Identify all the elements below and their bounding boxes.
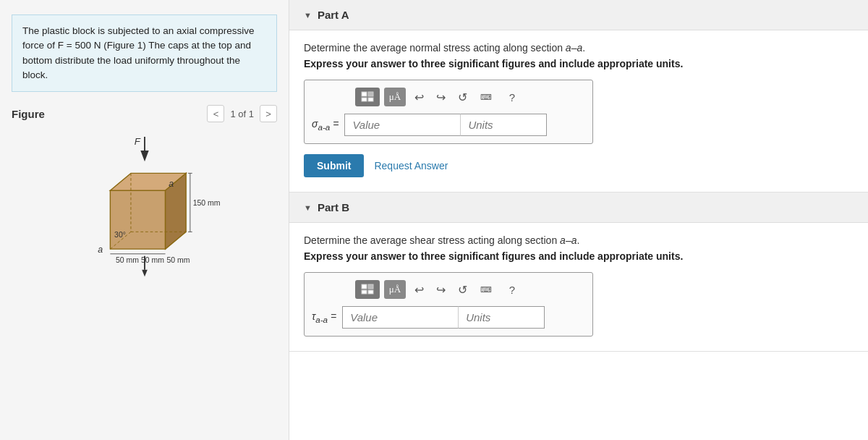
part-a-content: Determine the average normal stress acti… — [289, 30, 868, 192]
part-b-section: ▼ Part B Determine the average shear str… — [289, 192, 868, 352]
svg-text:F: F — [134, 136, 140, 147]
part-b-toolbar: μÅ ↩ ↪ ↺ ⌨ ? — [312, 280, 585, 299]
svg-rect-27 — [368, 284, 373, 289]
part-b-instruction: Express your answer to three significant… — [304, 250, 854, 262]
part-b-description: Determine the average shear stress actin… — [304, 234, 854, 246]
part-b-chevron: ▼ — [304, 203, 312, 212]
keyboard-button-b[interactable]: ⌨ — [475, 280, 497, 299]
svg-text:a: a — [169, 179, 174, 189]
svg-marker-4 — [110, 190, 165, 249]
svg-text:150 mm: 150 mm — [192, 199, 220, 207]
svg-text:50 mm: 50 mm — [166, 256, 190, 264]
prev-figure-button[interactable]: < — [207, 105, 224, 122]
right-panel: ▼ Part A Determine the average normal st… — [289, 0, 868, 440]
part-b-header[interactable]: ▼ Part B — [289, 192, 868, 223]
svg-text:50 mm 50 mm: 50 mm 50 mm — [116, 256, 164, 264]
part-b-input-label: τa-a = — [312, 310, 336, 324]
part-a-header[interactable]: ▼ Part A — [289, 0, 868, 30]
svg-rect-29 — [368, 290, 373, 294]
figure-count: 1 of 1 — [230, 109, 254, 119]
svg-text:30°: 30° — [114, 231, 126, 239]
part-a-request-answer-link[interactable]: Request Answer — [374, 160, 448, 172]
figure-container: F a a 3 — [0, 128, 289, 287]
part-a-units-input[interactable] — [460, 114, 547, 136]
part-b-value-input[interactable] — [342, 306, 458, 329]
svg-rect-24 — [362, 98, 367, 101]
part-a-title: Part A — [318, 9, 349, 21]
block-figure: F a a 3 — [51, 135, 239, 280]
part-a-section: ▼ Part A Determine the average normal st… — [289, 0, 868, 192]
undo-button-b[interactable]: ↩ — [410, 281, 427, 298]
part-b-input-row: τa-a = — [312, 306, 585, 329]
part-a-toolbar: μÅ ↩ ↪ ↺ ⌨ ? — [312, 88, 585, 106]
svg-rect-23 — [368, 92, 373, 96]
part-a-value-input[interactable] — [344, 114, 460, 136]
part-a-answer-box: μÅ ↩ ↪ ↺ ⌨ ? σa-a = — [304, 80, 593, 144]
figure-nav: < 1 of 1 > — [207, 105, 277, 122]
matrix-button-a[interactable] — [355, 88, 380, 106]
mu-button-a[interactable]: μÅ — [384, 88, 406, 106]
mu-button-b[interactable]: μÅ — [384, 280, 406, 299]
part-b-answer-box: μÅ ↩ ↪ ↺ ⌨ ? τa-a = — [304, 272, 593, 337]
part-b-content: Determine the average shear stress actin… — [289, 223, 868, 351]
help-button-a[interactable]: ? — [501, 88, 523, 106]
part-a-description: Determine the average normal stress acti… — [304, 42, 854, 54]
part-a-instruction: Express your answer to three significant… — [304, 58, 854, 69]
part-a-input-row: σa-a = — [312, 114, 585, 136]
keyboard-button-a[interactable]: ⌨ — [475, 88, 497, 106]
matrix-button-b[interactable] — [355, 280, 380, 299]
undo-button-a[interactable]: ↩ — [410, 88, 427, 106]
redo-button-a[interactable]: ↪ — [432, 88, 449, 106]
svg-rect-22 — [362, 92, 367, 96]
part-b-units-input[interactable] — [458, 306, 545, 329]
refresh-button-a[interactable]: ↺ — [454, 88, 471, 106]
part-a-actions: Submit Request Answer — [304, 154, 854, 177]
refresh-button-b[interactable]: ↺ — [454, 281, 471, 298]
part-b-title: Part B — [318, 201, 349, 213]
redo-button-b[interactable]: ↪ — [432, 281, 449, 298]
part-a-input-label: σa-a = — [312, 118, 339, 132]
svg-rect-25 — [368, 98, 373, 101]
help-button-b[interactable]: ? — [501, 280, 523, 299]
figure-label: Figure — [12, 108, 45, 120]
svg-rect-28 — [362, 290, 367, 294]
next-figure-button[interactable]: > — [260, 105, 277, 122]
svg-marker-14 — [142, 270, 148, 277]
figure-header: Figure < 1 of 1 > — [0, 99, 289, 128]
problem-text-content: The plastic block is subjected to an axi… — [22, 25, 254, 80]
left-panel: The plastic block is subjected to an axi… — [0, 0, 289, 440]
part-a-submit-button[interactable]: Submit — [304, 154, 364, 177]
svg-text:a: a — [98, 245, 103, 255]
problem-statement: The plastic block is subjected to an axi… — [12, 14, 277, 92]
svg-rect-26 — [362, 284, 367, 289]
part-a-chevron: ▼ — [304, 11, 312, 20]
